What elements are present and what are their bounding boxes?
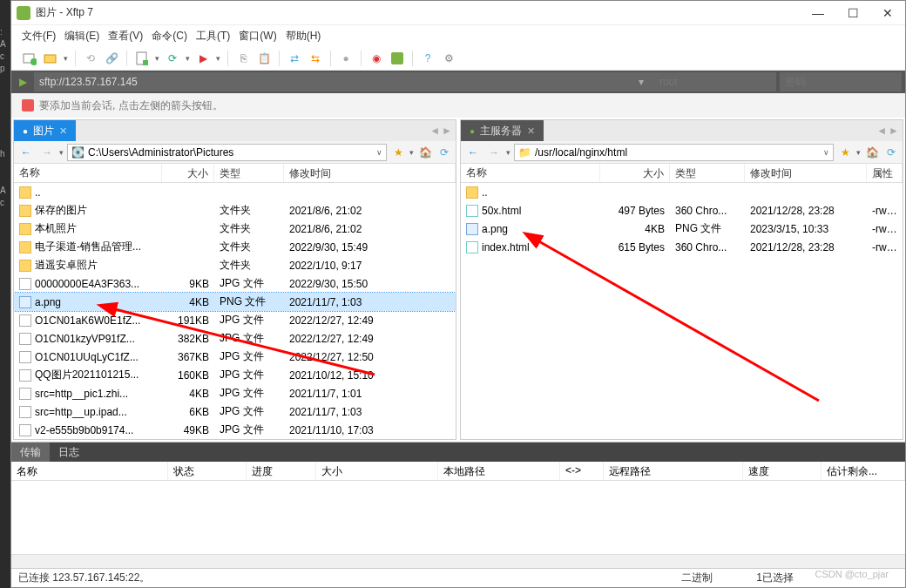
close-icon[interactable]: ✕: [59, 125, 67, 137]
file-row[interactable]: O1CN01UUqLyC1fZ...367KBJPG 文件2022/12/27,…: [14, 348, 456, 366]
address-input[interactable]: [34, 72, 654, 91]
file-row[interactable]: 逍遥安卓照片文件夹2022/1/10, 9:17: [14, 256, 456, 274]
col-type[interactable]: 类型: [214, 164, 284, 182]
maximize-button[interactable]: ☐: [835, 1, 870, 25]
sync-right-icon[interactable]: ⇆: [308, 51, 323, 66]
col-name[interactable]: 名称: [11, 462, 168, 480]
file-row[interactable]: src=http__up.ipad...6KBJPG 文件2021/11/7, …: [14, 402, 456, 421]
file-row[interactable]: a.png4KBPNG 文件2023/3/15, 10:33-rw-r--r--: [461, 220, 903, 238]
star-icon[interactable]: ★: [390, 145, 406, 160]
prev-tab-icon[interactable]: ◄: [876, 125, 887, 137]
sync-left-icon[interactable]: ⇄: [287, 51, 302, 66]
col-size[interactable]: 大小: [162, 164, 214, 182]
dropdown-icon[interactable]: ▾: [639, 76, 644, 88]
minimize-button[interactable]: —: [801, 1, 835, 25]
remote-path-input[interactable]: [535, 146, 820, 159]
back-icon[interactable]: ←: [17, 144, 35, 161]
file-row[interactable]: QQ图片2021101215...160KBJPG 文件2021/10/12, …: [14, 366, 456, 384]
tab-transfer[interactable]: 传输: [11, 443, 50, 462]
home-icon[interactable]: 🏠: [864, 145, 880, 160]
col-size[interactable]: 大小: [600, 164, 670, 182]
star-icon[interactable]: ★: [837, 145, 853, 160]
link-icon[interactable]: 🔗: [104, 51, 119, 66]
prev-tab-icon[interactable]: ◄: [429, 125, 440, 137]
refresh-icon[interactable]: ⟳: [883, 145, 899, 160]
scrollbar[interactable]: [11, 554, 905, 568]
col-mod[interactable]: 修改时间: [745, 164, 867, 182]
col-mod[interactable]: 修改时间: [284, 164, 456, 182]
col-local[interactable]: 本地路径: [438, 462, 560, 480]
caret-icon[interactable]: ▾: [506, 148, 510, 157]
file-row[interactable]: O1CN01kzyVP91fZ...382KBJPG 文件2022/12/27,…: [14, 329, 456, 348]
caret-icon[interactable]: ▾: [409, 148, 414, 157]
col-size[interactable]: 大小: [316, 462, 438, 480]
go-icon[interactable]: ▶: [15, 74, 30, 90]
caret-icon[interactable]: ∨: [376, 148, 382, 157]
col-name[interactable]: 名称: [14, 164, 162, 182]
file-row[interactable]: ..: [461, 183, 903, 201]
tab-local[interactable]: ● 图片 ✕: [14, 120, 76, 141]
refresh-icon[interactable]: ⟳: [436, 145, 452, 160]
col-attr[interactable]: 属性: [867, 164, 903, 182]
menu-win[interactable]: 窗口(W): [239, 29, 276, 44]
reconnect-icon[interactable]: ⟲: [83, 51, 98, 66]
menu-file[interactable]: 文件(F): [22, 29, 56, 44]
xftp-logo-icon[interactable]: [389, 51, 405, 66]
file-row[interactable]: 本机照片文件夹2021/8/6, 21:02: [14, 220, 456, 238]
close-button[interactable]: ✕: [870, 1, 905, 25]
stop-icon[interactable]: ●: [338, 51, 354, 66]
file-row[interactable]: index.html615 Bytes360 Chro...2021/12/28…: [461, 238, 903, 256]
tab-remote[interactable]: ● 主服务器 ✕: [461, 120, 544, 141]
home-icon[interactable]: 🏠: [417, 145, 433, 160]
play-icon[interactable]: ▶: [195, 51, 211, 66]
caret-icon[interactable]: ▾: [856, 148, 861, 157]
menu-tool[interactable]: 工具(T): [196, 29, 230, 44]
col-eta[interactable]: 估计剩余...: [821, 462, 905, 480]
file-row[interactable]: 保存的图片文件夹2021/8/6, 21:02: [14, 201, 456, 220]
forward-icon[interactable]: →: [485, 144, 503, 161]
close-icon[interactable]: ✕: [527, 125, 535, 137]
col-name[interactable]: 名称: [461, 164, 600, 182]
file-row[interactable]: 50x.html497 Bytes360 Chro...2021/12/28, …: [461, 201, 903, 220]
caret-icon[interactable]: ▾: [186, 54, 190, 63]
caret-icon[interactable]: ▾: [216, 54, 220, 63]
col-status[interactable]: 状态: [168, 462, 247, 480]
caret-icon[interactable]: ▾: [64, 54, 68, 63]
forward-icon[interactable]: →: [38, 144, 56, 161]
help-icon[interactable]: ?: [420, 51, 436, 66]
file-row[interactable]: O1CN01aK6W0E1fZ...191KBJPG 文件2022/12/27,…: [14, 311, 456, 329]
caret-icon[interactable]: ▾: [155, 54, 159, 63]
new-file-icon[interactable]: [134, 51, 150, 66]
col-progress[interactable]: 进度: [247, 462, 316, 480]
col-speed[interactable]: 速度: [743, 462, 821, 480]
refresh-icon[interactable]: ⟳: [165, 51, 180, 66]
file-row[interactable]: 00000000E4A3F363...9KBJPG 文件2022/9/30, 1…: [14, 274, 456, 293]
file-row[interactable]: ..: [14, 183, 456, 201]
menu-edit[interactable]: 编辑(E): [64, 29, 99, 44]
col-dir[interactable]: <->: [560, 462, 604, 480]
open-folder-icon[interactable]: [43, 51, 58, 66]
xshell-icon[interactable]: ◉: [368, 51, 384, 66]
paste-icon[interactable]: 📋: [256, 51, 272, 66]
col-remote[interactable]: 远程路径: [604, 462, 743, 480]
menu-view[interactable]: 查看(V): [108, 29, 143, 44]
next-tab-icon[interactable]: ►: [442, 125, 452, 137]
menu-help[interactable]: 帮助(H): [286, 29, 321, 44]
new-session-icon[interactable]: [22, 51, 37, 66]
file-row[interactable]: 电子渠道-销售品管理...文件夹2022/9/30, 15:49: [14, 238, 456, 256]
back-icon[interactable]: ←: [464, 144, 482, 161]
settings-icon[interactable]: ⚙: [441, 51, 456, 66]
password-input[interactable]: [780, 72, 902, 91]
local-path-input[interactable]: [88, 146, 373, 159]
caret-icon[interactable]: ∨: [823, 148, 829, 157]
file-row[interactable]: a.png4KBPNG 文件2021/11/7, 1:03: [14, 293, 456, 311]
caret-icon[interactable]: ▾: [59, 148, 64, 157]
tab-log[interactable]: 日志: [50, 443, 88, 462]
file-row[interactable]: v2-e555b9b0b9174...49KBJPG 文件2021/11/10,…: [14, 421, 456, 439]
copy-icon[interactable]: ⎘: [235, 51, 251, 66]
file-row[interactable]: src=http__pic1.zhi...4KBJPG 文件2021/11/7,…: [14, 384, 456, 402]
menu-cmd[interactable]: 命令(C): [152, 29, 187, 44]
next-tab-icon[interactable]: ►: [889, 125, 899, 137]
col-type[interactable]: 类型: [670, 164, 745, 182]
username-input[interactable]: [654, 72, 776, 91]
